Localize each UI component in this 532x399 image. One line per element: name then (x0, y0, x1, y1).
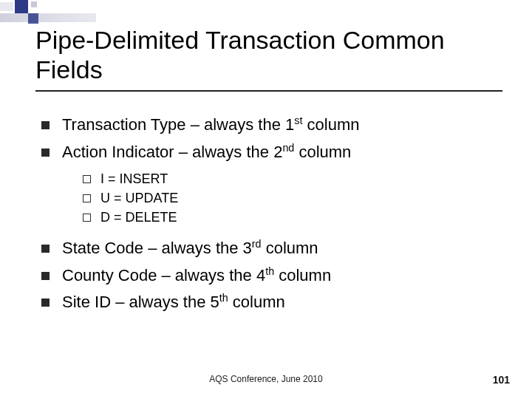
list-item: State Code – always the 3rd column (41, 236, 502, 261)
footer-text: AQS Conference, June 2010 (0, 374, 532, 384)
slide-content: Pipe-Delimited Transaction Common Fields… (35, 25, 502, 317)
page-number: 101 (493, 374, 510, 386)
bullet-text-pre: Transaction Type – always the 1 (62, 116, 294, 134)
bullet-text-post: column (262, 239, 318, 258)
slide-corner-decoration (0, 0, 103, 22)
list-item: U = UPDATE (83, 188, 502, 208)
sub-bullet-list: I = INSERT U = UPDATE D = DELETE (62, 169, 502, 227)
bullet-text-pre: State Code – always the 3 (62, 239, 252, 258)
slide-title: Pipe-Delimited Transaction Common Fields (35, 25, 502, 92)
list-item: Transaction Type – always the 1st column (41, 112, 502, 137)
bullet-text-post: column (228, 293, 285, 312)
ordinal-suffix: rd (252, 238, 262, 250)
ordinal-suffix: nd (282, 142, 294, 154)
bullet-text-post: column (294, 143, 351, 161)
bullet-text-pre: Action Indicator – always the 2 (62, 143, 282, 161)
ordinal-suffix: th (219, 292, 228, 304)
bullet-list: Transaction Type – always the 1st column… (35, 112, 502, 315)
list-item: County Code – always the 4th column (41, 263, 502, 288)
bullet-text-pre: Site ID – always the 5 (62, 293, 219, 312)
bullet-text-pre: County Code – always the 4 (62, 266, 265, 284)
list-item: I = INSERT (83, 169, 502, 188)
bullet-text-post: column (274, 266, 331, 284)
ordinal-suffix: th (265, 265, 274, 277)
bullet-text-post: column (302, 116, 359, 134)
ordinal-suffix: st (294, 115, 302, 126)
list-item: Action Indicator – always the 2nd column… (41, 140, 502, 228)
list-item: Site ID – always the 5th column (41, 290, 502, 315)
list-item: D = DELETE (83, 208, 502, 227)
